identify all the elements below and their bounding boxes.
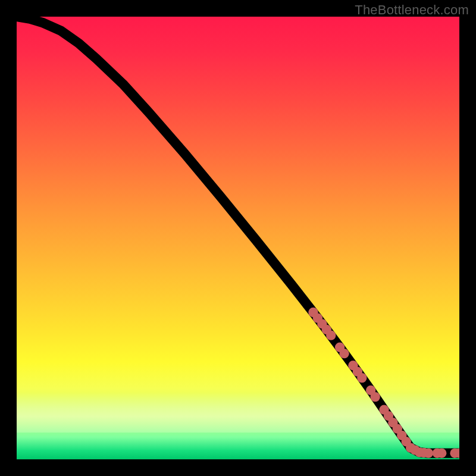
highlight-point bbox=[370, 392, 380, 402]
plot-area bbox=[17, 17, 459, 459]
highlight-point bbox=[357, 373, 367, 383]
curve-path bbox=[17, 17, 459, 453]
highlight-point bbox=[326, 330, 336, 340]
chart-stage: TheBottleneck.com bbox=[0, 0, 476, 476]
curve-svg bbox=[17, 17, 459, 459]
highlight-point bbox=[339, 349, 349, 358]
highlight-points-group bbox=[308, 308, 459, 458]
watermark-text: TheBottleneck.com bbox=[355, 2, 469, 18]
highlight-point bbox=[424, 448, 433, 458]
highlight-point bbox=[437, 448, 446, 458]
